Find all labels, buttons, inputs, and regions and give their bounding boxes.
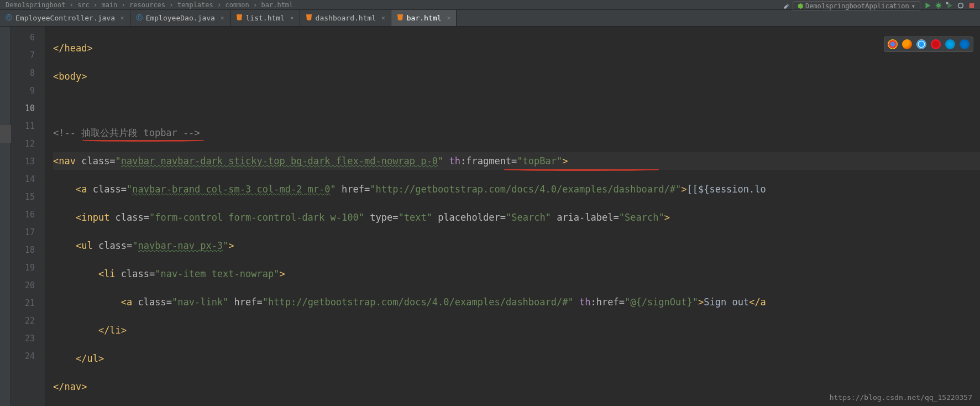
svg-point-1 [958, 3, 963, 8]
html-file-icon [397, 14, 403, 22]
breadcrumb-bar: Demo1springboot › src › main › resources… [0, 0, 980, 10]
close-icon[interactable]: × [447, 14, 450, 22]
code-line[interactable]: <nav class="navbar navbar-dark sticky-to… [53, 152, 980, 170]
tab-label: EmployeeController.java [15, 14, 115, 22]
breadcrumb-crumb[interactable]: bar.html [261, 1, 294, 9]
chevron-down-icon: ▾ [911, 2, 915, 10]
run-with-coverage-button[interactable] [946, 2, 953, 11]
tab-label: EmployeeDao.java [146, 14, 215, 22]
file-tab[interactable]: list.html × [230, 10, 300, 26]
html-file-icon [306, 14, 312, 22]
code-line[interactable] [53, 96, 980, 113]
close-icon[interactable]: × [290, 14, 294, 22]
opera-icon[interactable] [931, 39, 941, 49]
edge-icon[interactable] [960, 39, 969, 49]
close-icon[interactable]: × [120, 14, 124, 22]
code-line[interactable]: <input class="form-control form-control-… [53, 209, 980, 226]
code-line[interactable]: </li> [53, 321, 980, 339]
firefox-icon[interactable] [902, 39, 912, 49]
debug-button[interactable] [935, 2, 942, 11]
tool-window-stripe-left[interactable] [0, 27, 11, 406]
file-tab-active[interactable]: bar.html × [391, 10, 457, 26]
code-line[interactable]: <!-- 抽取公共片段 topbar --> [53, 124, 980, 142]
html-file-icon [236, 14, 243, 22]
gutter-highlight [0, 125, 11, 143]
ie-icon[interactable] [945, 39, 955, 49]
breadcrumb-crumb[interactable]: Demo1springboot [6, 1, 65, 9]
file-tab[interactable]: Ⓒ EmployeeController.java × [0, 10, 130, 26]
code-editor[interactable]: 6 7 8 9 10 11 12 13 14 15 16 17 18 19 20… [0, 27, 980, 406]
java-class-icon: Ⓒ [6, 13, 12, 23]
watermark: https://blog.csdn.net/qq_15220357 [830, 393, 972, 402]
file-tab[interactable]: Ⓒ EmployeeDao.java × [130, 10, 230, 26]
code-line[interactable]: <a class="nav-link" href="http://getboot… [53, 293, 980, 311]
file-tab[interactable]: dashboard.html × [300, 10, 391, 26]
svg-rect-2 [969, 3, 974, 8]
code-content[interactable]: </head> <body> <!-- 抽取公共片段 topbar --> <n… [53, 27, 980, 406]
code-line[interactable]: <a class="navbar-brand col-sm-3 col-md-2… [53, 180, 980, 198]
browser-preview-panel [884, 37, 973, 52]
build-icon[interactable] [783, 3, 789, 9]
code-line[interactable]: <li class="nav-item text-nowrap"> [53, 265, 980, 283]
tab-label: dashboard.html [316, 14, 376, 22]
close-icon[interactable]: × [381, 14, 385, 22]
breadcrumb-crumb[interactable]: common [225, 1, 249, 9]
run-button[interactable] [924, 2, 931, 11]
safari-icon[interactable] [916, 39, 926, 49]
close-icon[interactable]: × [221, 14, 224, 22]
breadcrumb-crumb[interactable]: templates [177, 1, 213, 9]
run-config-label: Demo1springbootApplication [805, 2, 909, 10]
run-configuration-dropdown[interactable]: ⬢ Demo1springbootApplication ▾ [793, 1, 920, 11]
breadcrumb-crumb[interactable]: src [77, 1, 90, 9]
code-line[interactable]: <body> [53, 67, 980, 85]
toolbar-run-area: ⬢ Demo1springbootApplication ▾ [778, 0, 980, 12]
java-class-icon: Ⓒ [136, 13, 143, 23]
code-line[interactable]: </head> [53, 39, 980, 57]
breadcrumb-crumb[interactable]: resources [129, 1, 165, 9]
editor-tab-bar: Ⓒ EmployeeController.java × Ⓒ EmployeeDa… [0, 10, 980, 27]
breadcrumb-crumb[interactable]: main [101, 1, 117, 9]
profiler-button[interactable] [957, 2, 965, 11]
stop-button[interactable] [968, 2, 976, 11]
chrome-icon[interactable] [888, 39, 898, 49]
code-line[interactable]: <ul class="navbar-nav px-3"> [53, 237, 980, 254]
tab-label: list.html [246, 14, 285, 22]
code-line[interactable]: </ul> [53, 350, 980, 367]
fold-gutter[interactable] [45, 27, 53, 406]
tab-label: bar.html [407, 14, 442, 22]
spring-icon: ⬢ [798, 2, 803, 10]
